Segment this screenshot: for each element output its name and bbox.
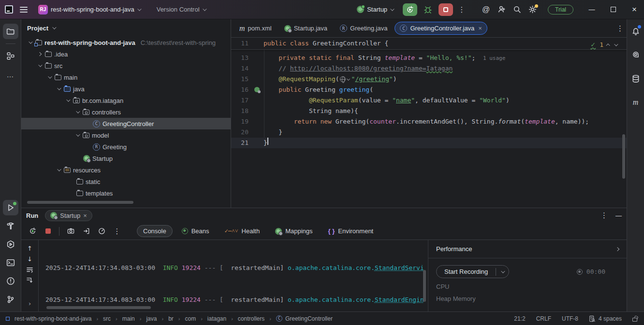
tab-greeting-java[interactable]: R Greeting.java <box>335 22 393 35</box>
breadcrumb[interactable]: com <box>185 315 196 322</box>
more-actions-button[interactable]: ⋮ <box>455 3 468 16</box>
maven-button[interactable]: m <box>628 95 644 110</box>
metric-heap-memory[interactable]: Heap Memory <box>436 295 619 302</box>
toolbar-more-button[interactable]: ⋮ <box>111 226 123 237</box>
recording-options-dropdown[interactable] <box>496 268 509 276</box>
breadcrumb[interactable]: java <box>146 315 157 322</box>
start-recording-button[interactable]: Start Recording <box>436 265 509 278</box>
run-panel-options-button[interactable]: ⋮ <box>600 211 608 220</box>
vcs-widget[interactable]: Version Control <box>153 4 209 15</box>
inspections-widget[interactable]: ✓ 1 <box>587 40 620 49</box>
tab-startup-java[interactable]: Startup.java <box>279 22 333 35</box>
chevron-down-icon[interactable] <box>614 42 618 46</box>
scroll-to-end-button[interactable] <box>24 275 36 285</box>
code-line[interactable]: 14 // http://localhost:8080/greeting?nam… <box>231 63 627 74</box>
console-vertical-scrollbar[interactable] <box>423 270 426 302</box>
tree-item-model[interactable]: model <box>21 129 231 141</box>
soft-wrap-button[interactable] <box>24 264 36 275</box>
window-close-button[interactable]: × <box>625 0 644 19</box>
tree-item-src[interactable]: src <box>21 60 231 71</box>
tree-item-greeting-controller[interactable]: C GreetingController <box>21 118 231 129</box>
editor-options-button[interactable]: ⋮ <box>616 24 624 33</box>
view-tab-environment[interactable]: { } Environment <box>322 225 380 237</box>
code-line[interactable]: 16 public Greeting greeting( <box>231 85 627 95</box>
services-tool-button[interactable] <box>3 237 18 252</box>
more-tool-windows-button[interactable]: … <box>3 67 18 82</box>
settings-button[interactable] <box>526 3 539 16</box>
main-menu-button[interactable] <box>15 3 32 16</box>
current-code-line[interactable]: 21 } <box>231 138 627 148</box>
close-icon[interactable]: × <box>83 212 87 219</box>
code-line[interactable]: 20 } <box>231 127 627 138</box>
code-line[interactable]: 13 private static final String template … <box>231 53 627 63</box>
tree-item-greeting[interactable]: R Greeting <box>21 141 231 153</box>
debug-button[interactable] <box>421 3 435 16</box>
hide-panel-button[interactable]: — <box>615 212 622 219</box>
run-config-selector[interactable]: Startup <box>353 4 397 15</box>
sticky-code-line[interactable]: 11 public class GreetingController { <box>231 38 627 50</box>
tree-item-resources[interactable]: resources <box>21 164 231 176</box>
file-encoding[interactable]: UTF-8 <box>562 315 578 322</box>
tree-item-main[interactable]: main <box>21 71 231 83</box>
stop-process-button[interactable] <box>42 226 54 237</box>
caret-position[interactable]: 21:2 <box>514 315 525 322</box>
down-stack-trace-button[interactable]: ↓ <box>24 254 36 264</box>
ai-assistant-button[interactable] <box>628 47 644 63</box>
project-tool-button[interactable] <box>3 24 18 39</box>
breadcrumb[interactable]: GreetingController <box>285 315 333 322</box>
endpoint-gutter-icon[interactable] <box>254 87 260 92</box>
thread-dump-button[interactable] <box>64 226 77 237</box>
tab-greeting-controller-java[interactable]: C GreetingController.java × <box>395 22 487 35</box>
breadcrumb[interactable]: iatagan <box>207 315 226 322</box>
terminal-tool-button[interactable] <box>3 255 18 270</box>
code-line[interactable]: 17 @RequestParam(value = "name", default… <box>231 95 627 106</box>
breadcrumb[interactable]: main <box>122 315 135 322</box>
chevron-up-icon[interactable] <box>606 43 610 47</box>
database-button[interactable] <box>628 71 644 86</box>
code-line[interactable]: 18 String name){ <box>231 106 627 116</box>
editor-vertical-scrollbar[interactable] <box>622 134 625 179</box>
tree-item-root[interactable]: rest-with-spring-boot-and-java C:\test\r… <box>21 37 231 48</box>
line-separator[interactable]: CRLF <box>536 315 551 322</box>
console-horizontal-scrollbar[interactable] <box>46 306 151 309</box>
rerun-button[interactable] <box>403 3 417 16</box>
code-area[interactable]: ✓ 1 11 public class GreetingController {… <box>231 38 627 208</box>
code-line[interactable]: 19 return new Greeting(counter.increment… <box>231 116 627 127</box>
breadcrumb[interactable]: rest-with-spring-boot-and-java <box>15 315 91 322</box>
tree-item-static[interactable]: static <box>21 176 231 187</box>
ai-chat-button[interactable]: @ <box>479 3 493 16</box>
window-minimize-button[interactable]: — <box>582 0 601 19</box>
build-tool-button[interactable] <box>3 218 18 234</box>
exit-button[interactable] <box>80 226 92 237</box>
console-output[interactable]: 2025-12-24T14:17:34.083-03:00 INFO 19224… <box>39 240 428 311</box>
tree-item-controllers[interactable]: controllers <box>21 106 231 118</box>
tab-pom-xml[interactable]: m pom.xml <box>234 21 277 36</box>
project-widget[interactable]: RJ rest-with-spring-boot-and-java <box>34 3 144 16</box>
breadcrumb[interactable]: src <box>103 315 111 322</box>
up-stack-trace-button[interactable]: ↑ <box>24 243 36 254</box>
window-maximize-button[interactable] <box>603 0 623 19</box>
unlocked-icon[interactable] <box>632 318 637 322</box>
tree-item-idea[interactable]: .idea <box>21 48 231 60</box>
metric-cpu[interactable]: CPU <box>436 283 619 290</box>
view-tab-console[interactable]: Console <box>137 225 173 237</box>
search-everywhere-button[interactable] <box>510 3 524 16</box>
project-panel-header[interactable]: Project <box>21 19 231 37</box>
stop-button[interactable] <box>439 3 453 16</box>
expand-console-button[interactable]: › <box>24 298 36 309</box>
structure-tool-button[interactable] <box>3 48 18 64</box>
tree-item-package[interactable]: br.com.iatagan <box>21 95 231 106</box>
trial-badge[interactable]: Trial <box>548 5 573 14</box>
problems-tool-button[interactable] <box>3 273 18 289</box>
indent-widget[interactable]: 4 spaces <box>589 315 622 322</box>
view-tab-beans[interactable]: Beans <box>176 225 216 237</box>
notifications-button[interactable] <box>628 24 644 39</box>
run-tab-startup[interactable]: Startup × <box>45 210 92 221</box>
code-line[interactable]: 15 @RequestMapping("/greeting") <box>231 74 627 85</box>
breadcrumb[interactable]: controllers <box>238 315 264 322</box>
view-tab-mappings[interactable]: Mappings <box>269 225 319 237</box>
tree-horizontal-scrollbar[interactable] <box>27 201 133 204</box>
profiler-button[interactable] <box>95 226 108 237</box>
console[interactable]: ↑ ↓ › <box>21 240 428 311</box>
code-with-me-button[interactable] <box>495 3 508 16</box>
